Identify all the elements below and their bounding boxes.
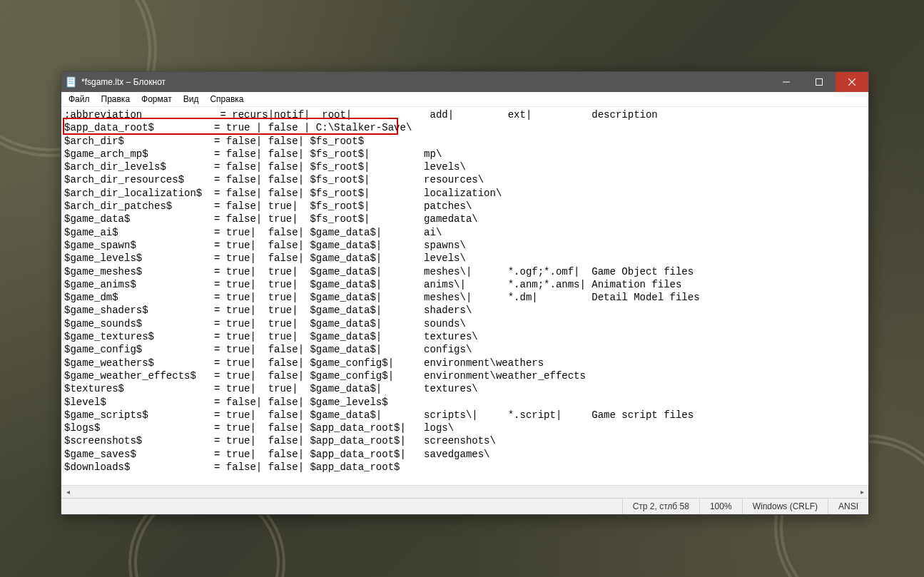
scroll-right-icon[interactable]: ▸ bbox=[856, 486, 868, 499]
scroll-left-icon[interactable]: ◂ bbox=[61, 486, 74, 499]
scroll-track[interactable] bbox=[74, 486, 856, 498]
menu-view[interactable]: Вид bbox=[178, 93, 205, 106]
titlebar[interactable]: *fsgame.ltx – Блокнот bbox=[61, 72, 868, 92]
menu-help[interactable]: Справка bbox=[204, 93, 249, 106]
status-encoding: ANSI bbox=[828, 499, 868, 514]
notepad-window: *fsgame.ltx – Блокнот Файл Правка Формат… bbox=[61, 71, 869, 515]
minimize-button[interactable] bbox=[770, 72, 803, 92]
status-line-ending: Windows (CRLF) bbox=[742, 499, 828, 514]
maximize-button[interactable] bbox=[803, 72, 836, 92]
status-zoom[interactable]: 100% bbox=[699, 499, 742, 514]
svg-rect-0 bbox=[67, 77, 75, 87]
window-title: *fsgame.ltx – Блокнот bbox=[81, 77, 166, 87]
close-button[interactable] bbox=[836, 72, 868, 92]
svg-rect-5 bbox=[816, 79, 823, 86]
horizontal-scrollbar[interactable]: ◂ ▸ bbox=[61, 485, 868, 498]
status-position: Стр 2, стлб 58 bbox=[622, 499, 699, 514]
notepad-icon bbox=[66, 76, 77, 88]
menu-file[interactable]: Файл bbox=[63, 93, 96, 106]
status-spacer bbox=[61, 499, 622, 514]
menubar: Файл Правка Формат Вид Справка bbox=[61, 92, 868, 107]
menu-edit[interactable]: Правка bbox=[96, 93, 136, 106]
menu-format[interactable]: Формат bbox=[136, 93, 178, 106]
text-content[interactable]: ;abbreviation = recurs|notif| root| add|… bbox=[61, 107, 868, 485]
statusbar: Стр 2, стлб 58 100% Windows (CRLF) ANSI bbox=[61, 498, 868, 514]
editor-area[interactable]: ;abbreviation = recurs|notif| root| add|… bbox=[61, 107, 868, 498]
